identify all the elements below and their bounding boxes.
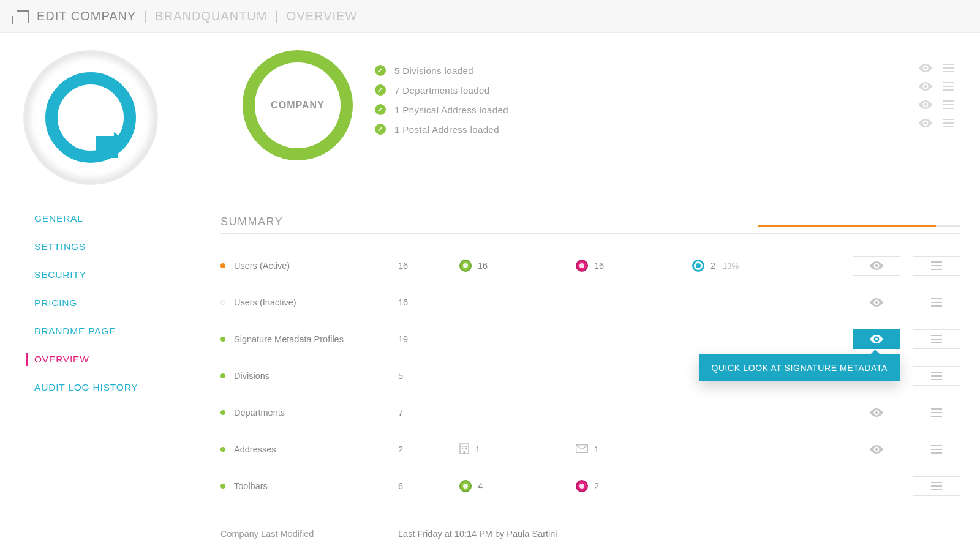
svg-rect-30 bbox=[931, 379, 942, 380]
svg-rect-46 bbox=[931, 482, 942, 483]
svg-rect-25 bbox=[931, 335, 942, 336]
svg-rect-45 bbox=[931, 452, 942, 454]
check-icon: ✓ bbox=[375, 104, 386, 115]
row-label: Toolbars bbox=[234, 481, 268, 491]
sidebar-nav: GENERALSETTINGSSECURITYPRICINGBRANDME PA… bbox=[26, 204, 221, 402]
nav-item-brandme-page[interactable]: BRANDME PAGE bbox=[26, 317, 221, 345]
eye-icon bbox=[870, 261, 883, 270]
menu-icon[interactable] bbox=[943, 119, 954, 127]
bullet-icon bbox=[221, 484, 225, 489]
svg-rect-37 bbox=[466, 446, 467, 447]
last-modified: Company Last Modified Last Friday at 10:… bbox=[221, 504, 960, 551]
svg-rect-10 bbox=[943, 104, 954, 105]
quick-look-button[interactable]: QUICK LOOK AT SIGNATURE METADATA bbox=[853, 329, 900, 349]
bullet-icon bbox=[221, 263, 225, 268]
svg-rect-15 bbox=[943, 126, 954, 127]
nav-item-overview[interactable]: OVERVIEW bbox=[26, 345, 221, 373]
row-value: 2 bbox=[398, 444, 403, 454]
summary-row: Departments7 bbox=[221, 394, 960, 431]
menu-icon bbox=[931, 298, 942, 307]
menu-icon bbox=[931, 372, 942, 380]
app-logo-icon bbox=[17, 10, 29, 23]
svg-rect-33 bbox=[931, 412, 942, 413]
row-menu-button[interactable] bbox=[913, 440, 960, 459]
status-badge-pink bbox=[576, 260, 588, 272]
menu-icon[interactable] bbox=[943, 82, 954, 91]
nav-item-audit-log-history[interactable]: AUDIT LOG HISTORY bbox=[26, 373, 221, 402]
row-menu-button[interactable] bbox=[913, 403, 960, 422]
row-label: Signature Metadata Profiles bbox=[234, 334, 344, 344]
eye-icon bbox=[870, 408, 883, 417]
svg-point-42 bbox=[875, 448, 878, 451]
svg-rect-38 bbox=[462, 448, 463, 449]
nav-item-settings[interactable]: SETTINGS bbox=[26, 233, 221, 261]
status-badge-cyan bbox=[692, 260, 704, 272]
summary-row: Addresses211 bbox=[221, 431, 960, 468]
quick-look-button[interactable] bbox=[853, 256, 900, 276]
menu-icon bbox=[931, 335, 942, 343]
row-value: 16 bbox=[398, 298, 408, 307]
menu-icon[interactable] bbox=[943, 64, 954, 72]
check-icon: ✓ bbox=[375, 65, 386, 76]
svg-rect-17 bbox=[931, 261, 942, 263]
svg-rect-40 bbox=[464, 451, 466, 454]
nav-item-pricing[interactable]: PRICING bbox=[26, 289, 221, 317]
row-value: 16 bbox=[478, 261, 488, 271]
company-logo bbox=[23, 50, 158, 185]
row-value: 1 bbox=[475, 444, 480, 454]
row-label: Divisions bbox=[234, 371, 270, 381]
svg-rect-27 bbox=[931, 342, 942, 343]
summary-title: SUMMARY bbox=[221, 216, 283, 228]
bullet-icon bbox=[221, 410, 225, 415]
company-status-ring: COMPANY bbox=[243, 50, 353, 160]
row-value: 7 bbox=[398, 408, 403, 418]
svg-point-24 bbox=[875, 338, 878, 340]
svg-point-8 bbox=[924, 103, 927, 106]
svg-point-4 bbox=[924, 85, 927, 88]
row-menu-button[interactable] bbox=[913, 476, 960, 496]
mail-icon bbox=[576, 444, 588, 455]
eye-icon[interactable] bbox=[919, 64, 932, 72]
svg-rect-13 bbox=[943, 119, 954, 120]
loaded-item: ✓7 Departments loaded bbox=[375, 84, 897, 96]
bullet-icon bbox=[221, 373, 225, 378]
svg-rect-2 bbox=[943, 67, 954, 69]
summary-row: Toolbars642 bbox=[221, 468, 960, 504]
menu-icon bbox=[931, 482, 942, 490]
eye-icon[interactable] bbox=[919, 119, 932, 127]
svg-rect-36 bbox=[462, 446, 463, 447]
last-modified-value: Last Friday at 10:14 PM by Paula Sartini bbox=[398, 529, 557, 539]
svg-rect-11 bbox=[943, 108, 954, 109]
row-value: 2 bbox=[594, 481, 599, 491]
nav-item-general[interactable]: GENERAL bbox=[26, 204, 221, 233]
menu-icon bbox=[931, 261, 942, 270]
menu-icon bbox=[931, 445, 942, 454]
quick-look-button[interactable] bbox=[853, 403, 900, 422]
breadcrumb-section: OVERVIEW bbox=[287, 9, 357, 23]
svg-rect-47 bbox=[931, 485, 942, 487]
row-value: 16 bbox=[594, 261, 604, 271]
row-menu-button[interactable] bbox=[913, 293, 960, 312]
quick-look-button[interactable] bbox=[853, 440, 900, 459]
quick-look-button[interactable] bbox=[853, 293, 900, 312]
svg-rect-43 bbox=[931, 445, 942, 446]
row-value: 6 bbox=[398, 481, 403, 491]
summary-row: Users (Inactive)16 bbox=[221, 284, 960, 321]
svg-rect-5 bbox=[943, 82, 954, 83]
svg-rect-39 bbox=[466, 448, 467, 449]
svg-rect-6 bbox=[943, 86, 954, 87]
bullet-icon bbox=[221, 337, 225, 342]
eye-icon[interactable] bbox=[919, 82, 932, 91]
row-menu-button[interactable] bbox=[913, 256, 960, 276]
row-value: 19 bbox=[398, 334, 408, 344]
menu-icon[interactable] bbox=[943, 100, 954, 109]
nav-item-security[interactable]: SECURITY bbox=[26, 261, 221, 289]
summary-row: Users (Active)161616213% bbox=[221, 247, 960, 284]
tooltip: QUICK LOOK AT SIGNATURE METADATA bbox=[699, 354, 900, 381]
check-icon: ✓ bbox=[375, 124, 386, 135]
row-menu-button[interactable] bbox=[913, 329, 960, 349]
svg-point-20 bbox=[875, 301, 878, 304]
row-menu-button[interactable] bbox=[913, 366, 960, 386]
row-value: 4 bbox=[478, 481, 483, 491]
eye-icon[interactable] bbox=[919, 100, 932, 109]
